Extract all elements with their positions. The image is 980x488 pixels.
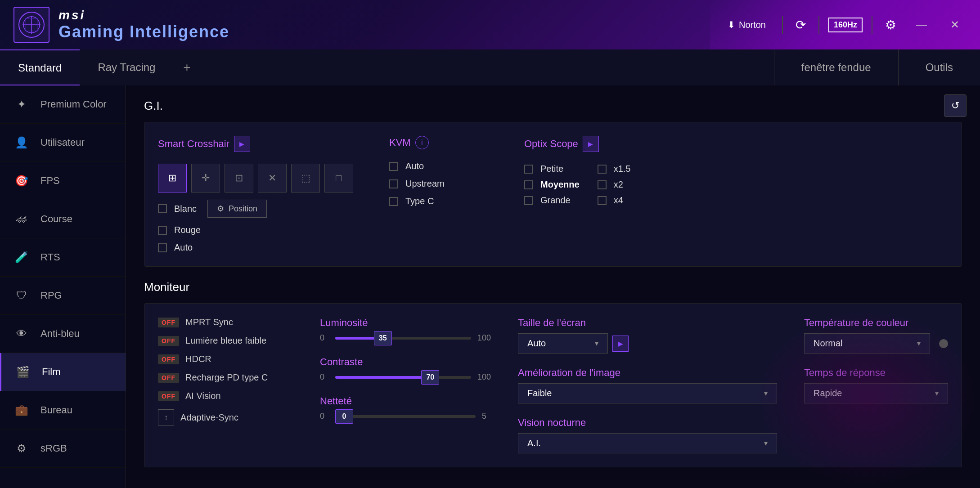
tab-bar: Standard Ray Tracing + fenêtre fendue Ou…: [0, 49, 980, 85]
amelioration-image-select[interactable]: Faible ▾: [518, 383, 777, 403]
optix-scope-play-btn[interactable]: ▶: [583, 136, 599, 152]
sidebar-item-premium-color[interactable]: ✦ Premium Color: [0, 85, 126, 124]
tab-fenetre-fendue[interactable]: fenêtre fendue: [774, 49, 898, 85]
temps-reponse-select[interactable]: Rapide ▾: [804, 383, 948, 403]
contraste-group: Contraste 0 70 100: [320, 356, 491, 382]
sidebar-item-rpg[interactable]: 🛡 RPG: [0, 277, 126, 315]
radio-kvm-auto[interactable]: [389, 162, 398, 171]
amelioration-arrow: ▾: [764, 389, 768, 398]
radio-moyenne[interactable]: [524, 180, 533, 189]
taille-ecran-select[interactable]: Auto ▾: [518, 333, 608, 354]
radio-blanc[interactable]: [158, 204, 167, 213]
radio-kvm-typec[interactable]: [389, 197, 398, 206]
position-label: Position: [229, 204, 257, 214]
luminosite-thumb[interactable]: 35: [374, 331, 392, 345]
sidebar-label-srgb: sRGB: [40, 443, 67, 454]
logo-msi: msi: [58, 8, 229, 22]
luminosite-group: Luminosité 0 35 100: [320, 317, 491, 343]
mprt-toggle[interactable]: OFF: [158, 318, 179, 327]
refresh-button[interactable]: ↺: [944, 94, 967, 117]
gi-section: Smart Crosshair ▶ ⊞ ✛ ⊡ ✕ ⬚ □: [144, 122, 962, 267]
sync-icon[interactable]: ⟳: [792, 14, 809, 36]
radio-x15[interactable]: [598, 165, 607, 174]
premium-color-icon: ✦: [13, 96, 30, 112]
vision-nocturne-label: Vision nocturne: [518, 417, 777, 429]
lumiere-toggle[interactable]: OFF: [158, 336, 179, 346]
contraste-max: 100: [477, 372, 491, 382]
label-blanc: Blanc: [174, 204, 197, 214]
contraste-min: 0: [320, 372, 329, 382]
sidebar-item-srgb[interactable]: ⚙ sRGB: [0, 430, 126, 468]
title-bar: msi Gaming Intelligence ⬇ Norton ⟳ 160Hz…: [0, 0, 980, 49]
temperature-indicator: [939, 339, 948, 348]
lumiere-row: OFF Lumière bleue faible: [158, 336, 293, 346]
taille-ecran-play-btn[interactable]: ▶: [612, 336, 629, 352]
temperature-couleur-group: Température de couleur Normal ▾: [804, 317, 948, 354]
nettete-min: 0: [320, 412, 329, 421]
temperature-couleur-select[interactable]: Normal ▾: [804, 333, 930, 354]
kvm-auto-row: Auto: [389, 161, 488, 171]
radio-petite[interactable]: [524, 165, 533, 174]
sidebar-item-rts[interactable]: 🧪 RTS: [0, 238, 126, 277]
radio-auto[interactable]: [158, 243, 167, 252]
sidebar-item-film[interactable]: 🎬 Film: [0, 353, 126, 391]
monitor-title: Moniteur: [144, 280, 962, 294]
srgb-icon: ⚙: [13, 440, 30, 457]
crosshair-icon-2[interactable]: ✛: [191, 164, 220, 193]
taille-ecran-label: Taille de l'écran: [518, 317, 777, 329]
crosshair-icon-6[interactable]: □: [324, 164, 353, 193]
radio-x2[interactable]: [598, 180, 607, 189]
nettete-slider[interactable]: 0: [335, 415, 476, 418]
optix-scope-title: Optix Scope ▶: [524, 136, 652, 152]
kvm-info-icon[interactable]: i: [415, 136, 429, 149]
sidebar-item-anti-bleu[interactable]: 👁 Anti-bleu: [0, 315, 126, 353]
tab-standard[interactable]: Standard: [0, 49, 80, 85]
label-auto-color: Auto: [174, 242, 193, 253]
vision-nocturne-select[interactable]: A.I. ▾: [518, 433, 777, 453]
temperature-arrow: ▾: [917, 339, 921, 348]
close-button[interactable]: ✕: [943, 15, 967, 35]
contraste-fill: [335, 376, 430, 379]
fps-icon: 🎯: [13, 173, 30, 189]
recharge-toggle[interactable]: OFF: [158, 373, 179, 383]
logo-icon: [13, 7, 49, 43]
luminosite-slider[interactable]: 35: [335, 337, 471, 340]
contraste-thumb[interactable]: 70: [421, 370, 439, 385]
sidebar-label-premium-color: Premium Color: [40, 98, 107, 110]
nettete-thumb[interactable]: 0: [335, 409, 353, 424]
label-x15: x1.5: [614, 164, 631, 174]
tab-ray-tracing[interactable]: Ray Tracing: [80, 49, 173, 85]
norton-button[interactable]: ⬇ Norton: [720, 16, 773, 34]
crosshair-icon-4[interactable]: ✕: [258, 164, 287, 193]
color-auto-row: Auto: [158, 242, 353, 253]
nettete-label: Netteté: [320, 395, 491, 407]
sidebar-item-fps[interactable]: 🎯 FPS: [0, 162, 126, 200]
label-kvm-typec: Type C: [405, 196, 434, 206]
tab-add-button[interactable]: +: [173, 49, 200, 85]
temperature-couleur-select-row: Normal ▾: [804, 333, 948, 354]
kvm-col: KVM i Auto Upstream Type C: [389, 136, 488, 206]
crosshair-icon-1[interactable]: ⊞: [158, 164, 187, 193]
settings-button[interactable]: ⚙: [881, 14, 900, 36]
hdcr-label: HDCR: [185, 354, 211, 364]
smart-crosshair-play-btn[interactable]: ▶: [234, 136, 250, 152]
crosshair-icon-3[interactable]: ⊡: [225, 164, 253, 193]
crosshair-icon-5[interactable]: ⬚: [291, 164, 320, 193]
sidebar-item-course[interactable]: 🏎 Course: [0, 200, 126, 238]
gi-row: Smart Crosshair ▶ ⊞ ✛ ⊡ ✕ ⬚ □: [158, 136, 948, 253]
tab-outils[interactable]: Outils: [898, 49, 980, 85]
radio-grande[interactable]: [524, 196, 533, 205]
sidebar-item-utilisateur[interactable]: 👤 Utilisateur: [0, 124, 126, 162]
sidebar-item-bureau[interactable]: 💼 Bureau: [0, 391, 126, 430]
minimize-button[interactable]: —: [909, 15, 934, 35]
color-blanc-row: Blanc: [158, 204, 197, 214]
hdcr-toggle[interactable]: OFF: [158, 354, 179, 364]
ai-vision-toggle[interactable]: OFF: [158, 391, 179, 401]
radio-rouge[interactable]: [158, 226, 167, 235]
contraste-slider[interactable]: 70: [335, 376, 471, 379]
sidebar-label-rpg: RPG: [40, 290, 62, 301]
position-button[interactable]: ⚙ Position: [207, 200, 267, 218]
radio-x4[interactable]: [598, 196, 607, 205]
radio-kvm-upstream[interactable]: [389, 179, 398, 188]
course-icon: 🏎: [13, 211, 30, 227]
